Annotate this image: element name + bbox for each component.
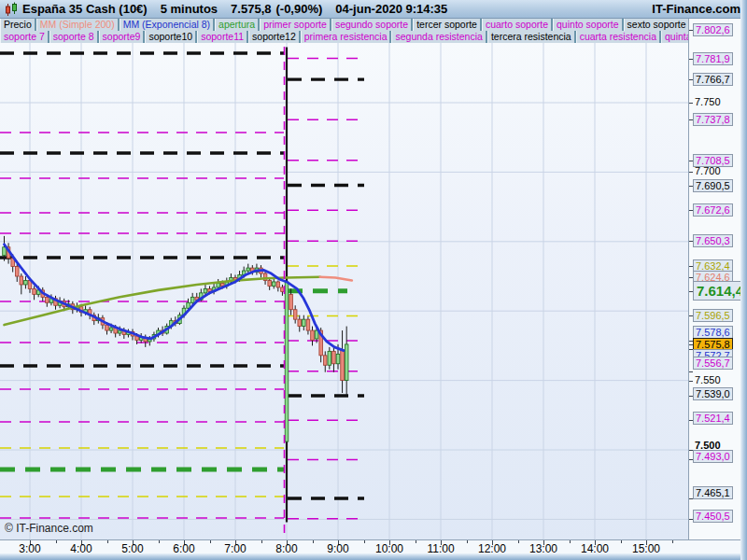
price-label: 7.737,8	[693, 113, 733, 126]
legend-item[interactable]: segundo soporte	[331, 19, 413, 31]
time-axis-minor-tick	[364, 540, 365, 543]
legend-item[interactable]: MM (Simple 200)	[36, 19, 120, 31]
candlestick-icon	[5, 2, 18, 17]
price-label: 7.750	[693, 96, 723, 107]
candle-body	[3, 247, 7, 256]
candle-body	[276, 282, 280, 287]
price-label: 7.465,1	[693, 486, 733, 499]
time-axis-minor-tick	[313, 540, 314, 543]
candle-body	[20, 276, 23, 285]
last-price: 7.575,8	[231, 2, 271, 16]
brand-link[interactable]: IT-Finance.com	[652, 2, 740, 16]
legend-item[interactable]: soporte 7	[0, 31, 49, 43]
candle-body	[303, 319, 306, 326]
candle-body	[268, 280, 272, 286]
legend-item[interactable]: soporte9	[99, 31, 146, 43]
legend-item[interactable]: quinta resistencia	[661, 31, 688, 43]
candle-body	[15, 267, 19, 276]
candle-body	[272, 282, 275, 286]
candle-body	[46, 297, 49, 302]
legend-item[interactable]: cuarta resistencia	[576, 31, 661, 43]
price-label: 7.781,9	[693, 52, 733, 65]
time-axis-minor-tick	[261, 540, 262, 543]
price-axis-tick	[689, 371, 693, 372]
candle-body	[33, 288, 36, 294]
legend-row-2: soporte 7soporte 8soporte9soporte10sopor…	[0, 31, 688, 43]
price-label: 7.450,5	[693, 510, 733, 523]
candle-body	[24, 280, 28, 284]
legend-item[interactable]: MM (Exponencial 8)	[120, 19, 215, 31]
candle-body	[281, 287, 285, 291]
legend-item[interactable]: soporte11	[197, 31, 248, 43]
candle-body	[328, 351, 331, 365]
candle-body	[118, 330, 121, 333]
legend-item[interactable]: primera resistencia	[301, 31, 392, 43]
time-axis-minor-tick	[467, 540, 468, 543]
window-edge-right	[740, 0, 747, 560]
price-label: 7.521,4	[693, 412, 733, 425]
legend-item[interactable]: apertura	[215, 19, 260, 31]
price-label: 7.500	[693, 440, 723, 451]
price-label: 7.650,3	[693, 234, 733, 247]
candle-body	[247, 268, 250, 271]
time-axis-minor-tick	[570, 540, 571, 543]
price-chart[interactable]: © IT-Finance.com	[0, 43, 688, 539]
time-axis-minor-tick	[210, 540, 211, 543]
candle-body	[204, 288, 207, 292]
legend-item[interactable]: tercera resistencia	[487, 31, 576, 43]
candle-body	[109, 328, 113, 330]
candle-body	[217, 283, 220, 287]
price-label: 7.550	[693, 374, 723, 385]
candle-body	[289, 294, 293, 309]
time-axis-minor-tick	[672, 540, 673, 543]
legend-item[interactable]: primer soporte	[260, 19, 331, 31]
price-label: 7.578,6	[693, 326, 733, 339]
chart-canvas[interactable]	[0, 43, 688, 539]
price-label: 7.672,6	[693, 203, 733, 217]
price-label: 7.596,5	[693, 309, 733, 322]
legend-item[interactable]: quinto soporte	[553, 19, 624, 31]
candle-body	[285, 282, 289, 441]
legend-item[interactable]: soporte12	[248, 31, 301, 43]
time-axis-minor-tick	[416, 540, 416, 543]
time-axis[interactable]: 3:004:005:006:007:008:009:0010:0011:0012…	[0, 539, 740, 553]
price-label: 7.802,6	[693, 23, 733, 36]
watermark: © IT-Finance.com	[5, 522, 93, 535]
candle-body	[298, 319, 302, 326]
price-label: 7.766,7	[693, 73, 733, 86]
price-label: 7.700	[693, 165, 723, 176]
legend-item[interactable]: tercer soporte	[413, 19, 482, 31]
candle-body	[311, 330, 315, 340]
instrument-name: España 35 Cash (10€)	[22, 2, 148, 16]
time-axis-minor-tick	[107, 540, 108, 543]
price-label: 7.614,4	[693, 281, 747, 301]
candle-body	[332, 351, 336, 363]
sma200-line-current	[320, 277, 352, 281]
title-bar: España 35 Cash (10€) 5 minutos 7.575,8 (…	[0, 0, 747, 19]
legend-item[interactable]: segunda resistencia	[391, 31, 486, 43]
legend-item[interactable]: sexto soporte	[624, 19, 688, 31]
legend-item[interactable]: soporte 8	[49, 31, 99, 43]
price-label: 7.539,0	[693, 387, 733, 400]
time-axis-minor-tick	[518, 540, 519, 543]
candle-body	[323, 356, 327, 365]
timeframe-label: 5 minutos	[161, 2, 218, 16]
legend-item[interactable]: soporte10	[145, 31, 197, 43]
legend-item[interactable]: Precio	[0, 19, 36, 31]
time-axis-minor-tick	[621, 540, 622, 543]
candle-body	[345, 344, 348, 381]
legend-row-1: PrecioMM (Simple 200)MM (Exponencial 8)a…	[0, 19, 688, 31]
candle-body	[106, 325, 109, 330]
legend-item[interactable]: cuarto soporte	[482, 19, 553, 31]
price-axis[interactable]: 7.802,67.781,97.766,77.7507.737,87.708,5…	[688, 19, 747, 539]
candle-body	[336, 354, 340, 363]
window-edge-bottom	[0, 553, 740, 560]
change-percent: (-0,90%)	[275, 2, 322, 16]
time-axis-minor-tick	[159, 540, 160, 543]
price-label: 7.493,0	[693, 450, 733, 463]
datetime-label: 04-jun-2020 9:14:35	[335, 2, 447, 16]
candle-body	[190, 297, 194, 302]
candle-body	[293, 310, 297, 319]
time-axis-minor-tick	[56, 540, 57, 543]
price-label: 7.690,5	[693, 179, 733, 192]
